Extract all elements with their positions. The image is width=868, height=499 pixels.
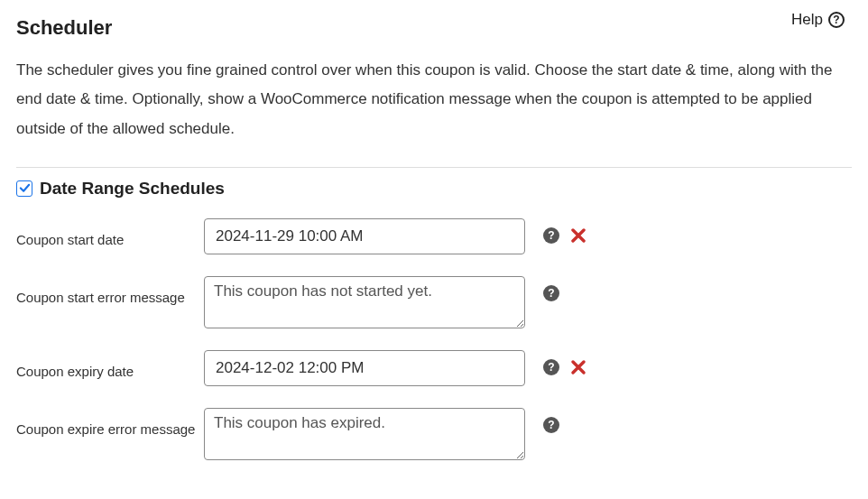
close-x-icon [570,227,586,244]
section-divider [16,167,852,168]
question-circle-icon: ? [828,12,845,28]
remove-icon[interactable] [570,227,586,244]
help-tooltip-icon[interactable]: ? [543,417,559,433]
textarea-expire-error[interactable] [204,408,525,460]
help-tooltip-icon[interactable]: ? [543,359,559,375]
row-controls: ? [543,350,586,375]
section-header: Date Range Schedules [16,179,852,199]
label-expiry-date: Coupon expiry date [16,350,204,383]
help-link-label: Help [791,11,823,29]
row-start-error: Coupon start error message ? [16,276,852,328]
row-controls: ? [543,218,586,244]
label-start-date: Coupon start date [16,218,204,252]
checkmark-icon [19,182,31,194]
input-start-date[interactable] [204,218,525,254]
section-title: Date Range Schedules [40,179,225,199]
label-start-error: Coupon start error message [16,276,204,310]
page-description: The scheduler gives you fine grained con… [16,56,852,143]
page-title: Scheduler [16,16,852,40]
row-controls: ? [543,276,559,301]
row-expire-error: Coupon expire error message ? [16,408,852,460]
row-expiry-date: Coupon expiry date ? [16,350,852,386]
textarea-start-error[interactable] [204,276,525,328]
input-expiry-date[interactable] [204,350,525,386]
row-controls: ? [543,408,559,433]
row-start-date: Coupon start date ? [16,218,852,254]
help-link[interactable]: Help ? [791,11,845,29]
label-expire-error: Coupon expire error message [16,408,204,441]
date-range-checkbox[interactable] [16,180,32,197]
remove-icon[interactable] [570,359,586,375]
help-tooltip-icon[interactable]: ? [543,285,559,301]
help-tooltip-icon[interactable]: ? [543,227,559,244]
close-x-icon [570,359,586,375]
